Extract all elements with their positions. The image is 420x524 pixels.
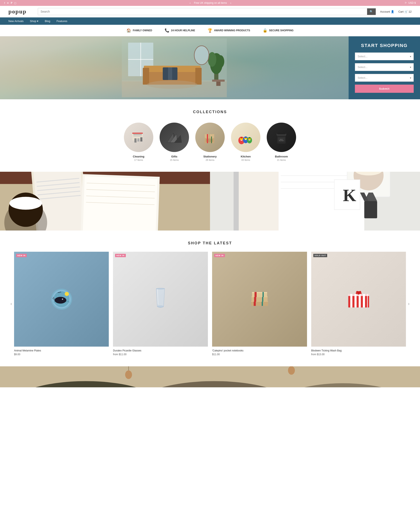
carousel-next-button[interactable]: ›	[406, 299, 411, 308]
product-card-3[interactable]: SOLD OUT	[311, 252, 406, 356]
svg-point-18	[147, 80, 197, 89]
svg-rect-20	[132, 133, 143, 134]
glass-illustration	[152, 288, 169, 311]
product-image-3	[311, 252, 406, 347]
svg-point-101	[62, 299, 63, 299]
product-price-2: $11.00	[212, 353, 307, 356]
kitchen-illustration	[235, 127, 256, 148]
svg-point-102	[65, 292, 69, 296]
account-icon: 👤	[391, 10, 394, 13]
cart-link[interactable]: Cart 🛒 12	[398, 10, 411, 13]
collections-title: COLLECTIONS	[9, 110, 411, 114]
feature-helpline-label: 24 HOUR HELPLINE	[171, 29, 195, 32]
collection-item-bathroom[interactable]: BODY BUTTER Bathroom 21 Items	[267, 122, 296, 161]
hero-title: START SHOPPING	[355, 43, 414, 48]
stationery-name: Stationery	[203, 155, 217, 158]
feature-secure-label: SECURE SHOPPING	[269, 29, 294, 32]
hero-select-2[interactable]: Select...	[355, 63, 414, 71]
hero-image	[0, 36, 349, 99]
svg-point-103	[56, 296, 57, 297]
feature-award: 🏆 AWARD WINNING PRODUCTS	[208, 28, 250, 33]
product-card-2[interactable]: NEW IN	[212, 252, 307, 356]
product-card-0[interactable]: NEW IN	[14, 252, 109, 356]
washbag-illustration	[345, 289, 372, 310]
product-card-1[interactable]: NEW IN	[113, 252, 208, 356]
collection-circle-cleaning	[124, 122, 153, 152]
collection-circle-gifts	[160, 122, 189, 152]
svg-point-53	[249, 140, 250, 140]
collections-grid: Cleaning 17 Items Gifts 15 Items	[9, 122, 411, 161]
svg-point-48	[241, 140, 242, 141]
svg-rect-117	[254, 292, 257, 297]
search-icon: 🔍	[370, 10, 373, 13]
footer-teaser	[0, 366, 420, 387]
cleaning-count: 17 Items	[134, 159, 143, 161]
currency-selector[interactable]: 🏳 USD $	[405, 1, 416, 4]
svg-rect-56	[277, 133, 286, 134]
svg-point-17	[194, 46, 209, 65]
nav-item-new-arrivals[interactable]: New Arrivals	[9, 19, 24, 23]
svg-rect-16	[216, 82, 220, 86]
svg-point-14	[217, 55, 224, 68]
svg-point-77	[9, 197, 42, 210]
svg-rect-37	[207, 137, 208, 143]
product-name-1: Duralex Picardie Glasses	[113, 349, 208, 352]
search-button[interactable]: 🔍	[367, 9, 376, 15]
promo-next-button[interactable]: ›	[230, 1, 231, 5]
promo-prev-button[interactable]: ‹	[190, 1, 191, 5]
account-link[interactable]: Account 👤	[380, 10, 394, 13]
product-image-wrapper-2: NEW IN	[212, 252, 307, 347]
feature-family-owned: 🏠 FAMILY OWNED	[126, 28, 152, 33]
svg-rect-22	[133, 136, 142, 136]
collection-item-cleaning[interactable]: Cleaning 17 Items	[124, 122, 153, 161]
hero-select-3[interactable]: Select...	[355, 74, 414, 82]
product-image-wrapper-1: NEW IN	[113, 252, 208, 347]
account-label: Account	[380, 10, 390, 13]
search-input[interactable]	[38, 8, 367, 15]
product-image-0	[14, 252, 109, 347]
svg-point-104	[58, 295, 59, 295]
pinterest-icon[interactable]: 𝐏	[11, 1, 12, 5]
instagram-icon[interactable]: ◻	[14, 1, 16, 5]
product-price-0: $9.00	[14, 353, 109, 356]
hero-select-1[interactable]: Select...	[355, 52, 414, 60]
collection-item-stationery[interactable]: Stationery 28 Items	[195, 122, 225, 161]
nav-item-blog[interactable]: Blog	[45, 19, 50, 23]
nav-item-shop[interactable]: Shop ▾	[30, 19, 38, 23]
facebook-icon[interactable]: f	[4, 1, 5, 5]
trophy-icon: 🏆	[208, 28, 212, 33]
product-name-0: Animal Melamine Plates	[14, 349, 109, 352]
nav-item-features[interactable]: Features	[56, 19, 67, 23]
collection-item-kitchen[interactable]: Kitchen 43 Items	[231, 122, 260, 161]
feature-award-label: AWARD WINNING PRODUCTS	[214, 29, 250, 32]
gifts-count: 15 Items	[170, 159, 179, 161]
product-image-wrapper-0: NEW IN	[14, 252, 109, 347]
collection-item-gifts[interactable]: Gifts 15 Items	[160, 122, 189, 161]
svg-rect-21	[133, 134, 142, 135]
twitter-icon[interactable]: ✕	[7, 1, 9, 5]
products-carousel: ‹ NEW IN	[9, 252, 411, 356]
svg-text:BUTTER: BUTTER	[279, 140, 283, 141]
cart-count: 12	[409, 10, 411, 13]
hero-submit-button[interactable]: Submit	[355, 85, 414, 93]
svg-point-52	[249, 140, 249, 140]
product-badge-1: NEW IN	[115, 254, 126, 257]
svg-rect-10	[168, 67, 172, 80]
phone-icon: 📞	[165, 28, 169, 33]
family-icon: 🏠	[126, 28, 131, 33]
products-grid: NEW IN	[14, 252, 406, 356]
logo[interactable]: popup	[9, 8, 34, 15]
svg-point-51	[246, 139, 246, 140]
svg-point-46	[245, 137, 246, 138]
footer-illustration	[0, 366, 420, 387]
product-price-3: from $13.00	[311, 353, 406, 356]
svg-point-140	[288, 366, 295, 375]
svg-rect-115	[252, 292, 267, 297]
carousel-prev-button[interactable]: ‹	[9, 299, 14, 308]
product-image-2	[212, 252, 307, 347]
svg-rect-111	[252, 297, 268, 302]
svg-rect-91	[364, 201, 377, 218]
svg-point-50	[245, 139, 246, 140]
features-bar: 🏠 FAMILY OWNED 📞 24 HOUR HELPLINE 🏆 AWAR…	[0, 25, 420, 36]
main-nav: New Arrivals Shop ▾ Blog Features	[0, 17, 420, 25]
